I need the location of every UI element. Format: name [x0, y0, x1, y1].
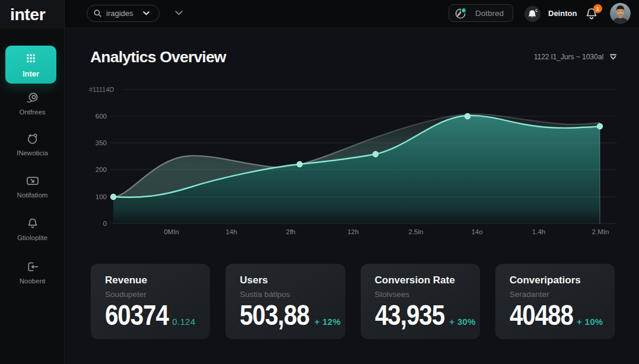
svg-text:12h: 12h — [347, 228, 358, 235]
svg-text:0MIn: 0MIn — [164, 228, 179, 235]
svg-text:2.5ln: 2.5ln — [409, 228, 424, 235]
svg-text:100: 100 — [96, 193, 107, 200]
svg-text:200: 200 — [96, 166, 107, 173]
svg-text:0: 0 — [103, 220, 107, 227]
svg-text:600: 600 — [96, 113, 107, 120]
svg-text:1.4h: 1.4h — [532, 228, 545, 235]
svg-text:350: 350 — [96, 139, 107, 146]
svg-text:#11114D: #11114D — [89, 86, 114, 93]
svg-text:2.MIn: 2.MIn — [592, 228, 609, 235]
svg-text:14h: 14h — [225, 228, 237, 235]
svg-text:2fh: 2fh — [286, 228, 295, 235]
svg-text:14o: 14o — [471, 228, 482, 235]
